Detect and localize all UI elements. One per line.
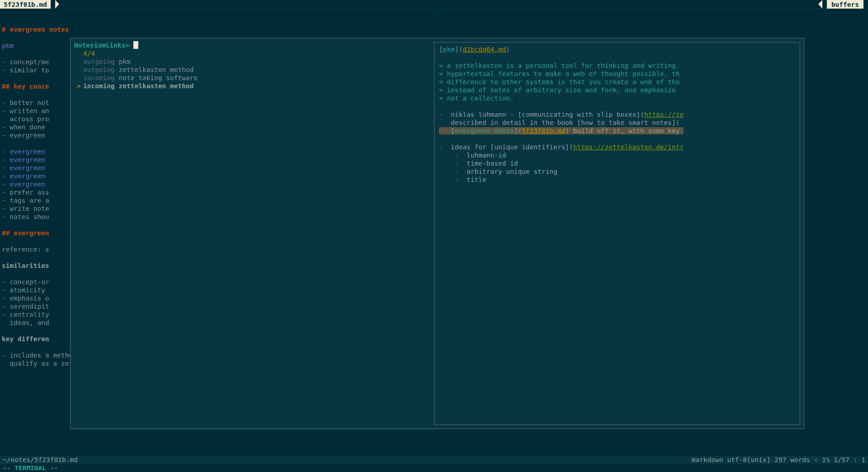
editor-line: - when done	[2, 124, 45, 131]
bold-text: similarities	[2, 262, 49, 269]
result-row-selected[interactable]: >incoming zettelkasten method	[74, 82, 425, 90]
preview-quote: > a zettelkasten is a personal tool for …	[439, 62, 795, 70]
link-evergreen: evergreen	[9, 148, 45, 155]
popup-left-panel: NotesiumLinks> 4/4 outgoing pkm outgoing…	[71, 38, 429, 429]
editor-line: - prefer ass	[2, 189, 49, 196]
editor-line: - concept/me	[2, 58, 49, 66]
preview-quote: > instead of notes of arbitrary size and…	[439, 86, 795, 94]
preview-quote: > hypertextual features to make a web of…	[439, 70, 795, 78]
editor-line: - evergreen	[2, 132, 45, 139]
heading-1: # evergreen notes	[2, 26, 69, 33]
result-row[interactable]: outgoing pkm	[74, 57, 425, 66]
tabline: 5f23f01b.md buffers	[0, 0, 868, 9]
heading-2: ## key conce	[2, 83, 49, 90]
preview-quote: > not a collection.	[439, 94, 795, 102]
editor-line: - atomicity	[2, 286, 45, 294]
editor-line: - concept-or	[2, 278, 49, 286]
result-row[interactable]: incoming note taking software	[74, 74, 425, 82]
popup-prompt-line[interactable]: NotesiumLinks>	[74, 41, 425, 49]
result-count: 4/4	[74, 49, 425, 57]
preview-quote: > difference to other systems is that yo…	[439, 78, 795, 86]
editor-line: ideas, and	[2, 319, 49, 326]
editor-line: reference: s	[2, 246, 49, 253]
links-popup: NotesiumLinks> 4/4 outgoing pkm outgoing…	[70, 38, 804, 429]
command-line: -- TERMINAL --	[0, 464, 868, 472]
editor-line: - better not	[2, 99, 49, 106]
buffers-button[interactable]: buffers	[827, 0, 863, 9]
tab-current[interactable]: 5f23f01b.md	[0, 0, 51, 9]
link-evergreen: evergreen	[9, 172, 45, 180]
link-evergreen: evergreen	[9, 164, 45, 172]
preview-sub: - title	[439, 176, 795, 184]
bold-text: key differen	[2, 335, 49, 343]
editor-line: - write note	[2, 205, 49, 212]
status-right: markdown utf-8[unix] 297 words < 1% 1/57…	[692, 456, 865, 464]
preview-sub: - time-based id	[439, 159, 795, 167]
editor-line: - serendipit	[2, 303, 49, 310]
preview-line: - niklas luhmann - [communicating with s…	[439, 110, 795, 119]
link-pkm: pkm	[2, 42, 14, 49]
preview-line: [pkm](d1bcda64.md)	[439, 45, 795, 53]
link-file: d1bcda64.md	[462, 46, 506, 53]
editor-line: across pro	[2, 115, 49, 123]
result-row[interactable]: outgoing zettelkasten method	[74, 66, 425, 74]
preview-line: described in detail in the book [how to …	[439, 119, 795, 127]
popup-prompt: NotesiumLinks>	[74, 42, 133, 49]
editor-line: - centrality	[2, 311, 49, 318]
editor-line: - tags are a	[2, 197, 49, 204]
cursor-icon	[133, 41, 138, 49]
preview-sub: - luhmann-id	[439, 151, 795, 159]
editor-line: - similar to	[2, 67, 49, 74]
editor-line: - emphasis o	[2, 295, 49, 302]
heading-2: ## evergreen	[2, 229, 49, 237]
link-evergreen: evergreen	[9, 156, 45, 163]
status-filepath: ~/notes/5f23f01b.md	[3, 456, 78, 463]
editor-line: - written an	[2, 107, 49, 114]
link-evergreen: evergreen	[9, 181, 45, 188]
preview-line: - ideas for [unique identifiers](https:/…	[439, 143, 795, 151]
popup-preview-panel[interactable]: [pkm](d1bcda64.md) > a zettelkasten is a…	[434, 42, 800, 425]
preview-line-highlighted: - [evergreen notes](5f23f01b.md) build o…	[439, 127, 795, 135]
chevron-right-icon: >	[77, 82, 81, 90]
preview-sub: - arbitrary unique string	[439, 167, 795, 176]
status-line: ~/notes/5f23f01b.md markdown utf-8[unix]…	[0, 456, 868, 464]
editor-line: - notes shou	[2, 213, 49, 220]
